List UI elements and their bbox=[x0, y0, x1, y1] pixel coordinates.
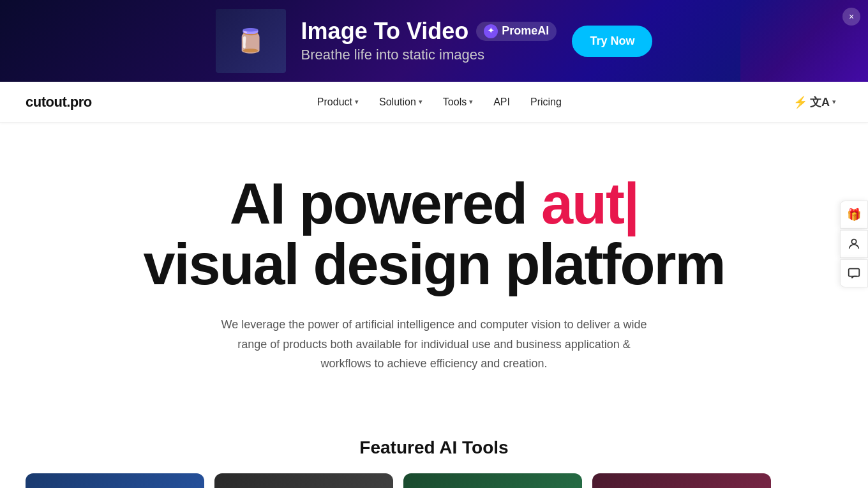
featured-section: Featured AI Tools bbox=[0, 412, 868, 488]
tool-card-2[interactable] bbox=[214, 473, 393, 488]
ad-title-text: Image To Video bbox=[301, 19, 469, 44]
nav-item-pricing[interactable]: Pricing bbox=[523, 91, 569, 113]
hero-title-highlight: aut| bbox=[541, 172, 638, 236]
nav-links: Product ▾ Solution ▾ Tools ▾ API Pricing bbox=[310, 91, 569, 113]
nav-link-product[interactable]: Product ▾ bbox=[310, 91, 366, 113]
nav-link-solution[interactable]: Solution ▾ bbox=[371, 91, 430, 113]
ad-logo-badge: ✦ PromeAI bbox=[476, 22, 557, 41]
ad-logo-icon: ✦ bbox=[484, 24, 498, 38]
hero-subtitle: We leverage the power of artificial inte… bbox=[217, 315, 651, 374]
nav-label-solution: Solution bbox=[379, 96, 416, 108]
user-avatar-icon bbox=[847, 237, 861, 251]
tool-card-4[interactable] bbox=[592, 473, 771, 488]
ad-content: Image To Video ✦ PromeAI Breathe life in… bbox=[216, 9, 653, 73]
ad-banner: Image To Video ✦ PromeAI Breathe life in… bbox=[0, 0, 868, 82]
hero-title-line2: visual design platform bbox=[143, 233, 724, 296]
nav-item-solution[interactable]: Solution ▾ bbox=[371, 91, 430, 113]
featured-tools-strip bbox=[26, 473, 842, 488]
nav-item-api[interactable]: API bbox=[486, 91, 518, 113]
tool-card-3[interactable] bbox=[403, 473, 582, 488]
nav-item-tools[interactable]: Tools ▾ bbox=[435, 91, 481, 113]
featured-title: Featured AI Tools bbox=[26, 438, 842, 458]
language-button[interactable]: ⚡ 文A ▾ bbox=[787, 91, 842, 114]
nav-item-product[interactable]: Product ▾ bbox=[310, 91, 366, 113]
nav-label-api: API bbox=[493, 96, 510, 108]
ad-title: Image To Video ✦ PromeAI bbox=[301, 19, 557, 44]
svg-point-0 bbox=[851, 240, 856, 244]
product-chevron-icon: ▾ bbox=[355, 98, 359, 106]
ad-image bbox=[216, 9, 286, 73]
hero-title-line1: AI powered aut| bbox=[230, 172, 638, 236]
nav-label-tools: Tools bbox=[443, 96, 467, 108]
ad-text-block: Image To Video ✦ PromeAI Breathe life in… bbox=[301, 19, 557, 63]
hero-title: AI powered aut| visual design platform bbox=[26, 174, 842, 294]
hero-title-plain: AI powered bbox=[230, 172, 541, 236]
ad-close-button[interactable]: × bbox=[842, 8, 860, 26]
lang-chevron-icon: ▾ bbox=[832, 98, 836, 106]
nav-logo[interactable]: cutout.pro bbox=[26, 94, 92, 111]
chat-widget[interactable] bbox=[840, 259, 868, 287]
ad-cta-button[interactable]: Try Now bbox=[572, 26, 652, 57]
chat-bubble-icon bbox=[847, 266, 861, 280]
nav-link-tools[interactable]: Tools ▾ bbox=[435, 91, 481, 113]
ad-logo-name: PromeAI bbox=[502, 25, 549, 38]
nav-right: ⚡ 文A ▾ bbox=[787, 91, 842, 114]
svg-rect-1 bbox=[849, 269, 860, 277]
solution-chevron-icon: ▾ bbox=[419, 98, 423, 106]
translate-icon: ⚡ bbox=[793, 95, 807, 109]
tools-chevron-icon: ▾ bbox=[469, 98, 473, 106]
navbar: cutout.pro Product ▾ Solution ▾ Tools ▾ … bbox=[0, 82, 868, 123]
nav-link-api[interactable]: API bbox=[486, 91, 518, 113]
nav-label-product: Product bbox=[317, 96, 352, 108]
nav-label-pricing: Pricing bbox=[530, 96, 562, 108]
translate-svg-icon: 文A bbox=[810, 95, 830, 110]
nav-link-pricing[interactable]: Pricing bbox=[523, 91, 569, 113]
gift-widget[interactable]: 🎁 bbox=[840, 201, 868, 229]
side-widgets: 🎁 bbox=[840, 201, 868, 287]
hero-section: AI powered aut| visual design platform W… bbox=[0, 123, 868, 412]
user-widget[interactable] bbox=[840, 230, 868, 258]
tool-card-1[interactable] bbox=[26, 473, 204, 488]
ad-subtitle: Breathe life into static images bbox=[301, 47, 557, 63]
